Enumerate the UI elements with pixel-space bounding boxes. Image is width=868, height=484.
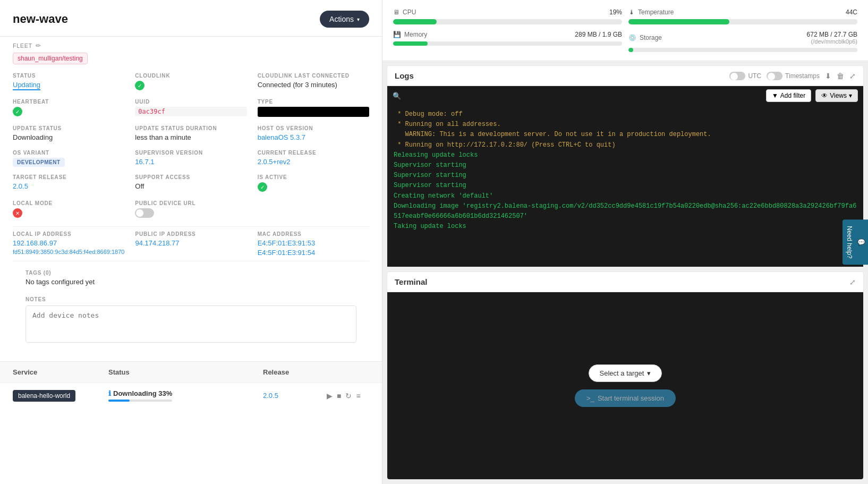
- logs-search-bar: 🔍 ▼ Add filter 👁 Views ▾: [387, 86, 863, 105]
- local-ip2-value[interactable]: fd51:8949:3850:9c3d:84d5:f4ed:8669:1870: [13, 249, 124, 255]
- memory-label: 💾 Memory: [393, 31, 427, 38]
- supervisor-item: SUPERVISOR VERSION 16.7.1: [135, 150, 246, 166]
- select-target-button[interactable]: Select a target ▾: [589, 364, 662, 382]
- current-release-item: CURRENT RELEASE 2.0.5+rev2: [258, 150, 369, 166]
- cpu-stat: 🖥 CPU 19%: [393, 9, 622, 24]
- log-line: Downloading image 'registry2.balena-stag…: [394, 201, 857, 222]
- log-line: Supervisor starting: [394, 171, 857, 181]
- help-tab[interactable]: 💬 Need help?: [843, 219, 868, 265]
- temp-icon: 🌡: [628, 9, 635, 16]
- help-tab-label: Need help?: [846, 226, 853, 258]
- actions-button[interactable]: Actions ▾: [320, 11, 369, 28]
- cpu-value: 19%: [609, 9, 622, 16]
- right-panel: 🖥 CPU 19% 🌡 Temperature 44C: [382, 0, 868, 484]
- edit-icon[interactable]: ✏: [36, 42, 41, 49]
- supervisor-value[interactable]: 16.7.1: [135, 158, 246, 166]
- device-info: STATUS Updating CLOUDLINK ✓ CLOUDLINK LA…: [0, 64, 382, 361]
- type-label: TYPE: [258, 99, 369, 105]
- terminal-title: Terminal: [395, 277, 427, 286]
- start-terminal-button[interactable]: >_ Start terminal session: [575, 389, 676, 407]
- log-line: WARNING: This is a development server. D…: [394, 130, 857, 140]
- update-status-value: Downloading: [13, 133, 124, 141]
- storage-label: 💿 Storage: [628, 34, 662, 41]
- logs-title: Logs: [395, 71, 414, 80]
- tags-label: TAGS (0): [25, 270, 356, 276]
- mac2-value[interactable]: E4:5F:01:E3:91:54: [258, 249, 369, 257]
- temp-progress-track: [628, 19, 857, 24]
- stop-icon[interactable]: ■: [337, 392, 341, 400]
- storage-stat: 💿 Storage 672 MB / 27.7 GB (/dev/mmcblk0…: [628, 31, 857, 52]
- status-value: Updating: [13, 81, 40, 90]
- restart-icon[interactable]: ↻: [345, 392, 352, 400]
- log-line: Supervisor starting: [394, 181, 857, 191]
- uuid-item: UUID 0ac39cf: [135, 99, 246, 117]
- journal-icon[interactable]: ≡: [356, 392, 360, 400]
- play-icon[interactable]: ▶: [327, 392, 333, 400]
- is-active-label: IS ACTIVE: [258, 174, 369, 180]
- public-device-label: PUBLIC DEVICE URL: [135, 200, 246, 206]
- log-line: Supervisor starting: [394, 160, 857, 171]
- cloudlink-last-item: CLOUDLINK LAST CONNECTED Connected (for …: [258, 73, 369, 90]
- terminal-body: Select a target ▾ >_ Start terminal sess…: [387, 292, 863, 479]
- device-header: new-wave Actions ▾: [0, 0, 382, 37]
- storage-value: 672 MB / 27.7 GB: [807, 31, 857, 38]
- host-os-label: HOST OS VERSION: [258, 125, 369, 131]
- utc-toggle-label: UTC: [729, 72, 761, 80]
- logs-search-input[interactable]: [405, 92, 762, 100]
- log-line: Releasing update locks: [394, 150, 857, 160]
- log-line: * Debug mode: off: [394, 109, 857, 120]
- eye-icon: 👁: [821, 92, 828, 99]
- public-device-toggle-switch[interactable]: [135, 208, 154, 218]
- memory-stat: 💾 Memory 289 MB / 1.9 GB: [393, 31, 622, 52]
- add-filter-button[interactable]: ▼ Add filter: [766, 89, 811, 102]
- os-variant-value: DEVELOPMENT: [13, 158, 124, 166]
- mac1-value[interactable]: E4:5F:01:E3:91:53: [258, 239, 369, 247]
- terminal-expand-icon[interactable]: ⤢: [849, 278, 856, 286]
- temp-progress-fill: [628, 19, 729, 24]
- notes-label: NOTES: [25, 296, 356, 302]
- select-target-label: Select a target: [600, 369, 644, 377]
- cpu-progress-track: [393, 19, 622, 24]
- public-ip-value[interactable]: 94.174.218.77: [135, 239, 246, 247]
- notes-input[interactable]: [25, 305, 356, 343]
- host-os-value[interactable]: balenaOS 5.3.7: [258, 133, 369, 141]
- stats-grid: 🖥 CPU 19% 🌡 Temperature 44C: [393, 9, 857, 52]
- target-release-label: TARGET RELEASE: [13, 174, 124, 180]
- service-actions: ▶ ■ ↻ ≡: [327, 392, 369, 400]
- storage-progress-fill: [628, 48, 633, 52]
- utc-toggle[interactable]: [729, 72, 745, 80]
- uuid-value: 0ac39cf: [135, 107, 246, 116]
- expand-icon[interactable]: ⤢: [849, 72, 856, 80]
- notes-section: NOTES: [13, 292, 369, 353]
- tags-section: TAGS (0) No tags configured yet: [13, 266, 369, 292]
- fleet-label: FLEET ✏: [13, 42, 369, 49]
- log-line: Taking update locks: [394, 222, 857, 232]
- log-line: * Running on all addresses.: [394, 120, 857, 130]
- log-line: * Running on http://172.17.0.2:80/ (Pres…: [394, 140, 857, 150]
- tags-empty: No tags configured yet: [25, 278, 356, 286]
- current-release-value[interactable]: 2.0.5+rev2: [258, 158, 369, 166]
- heartbeat-value: ✓: [13, 107, 124, 116]
- trash-icon[interactable]: 🗑: [837, 72, 844, 80]
- download-icon[interactable]: ⬇: [825, 72, 831, 80]
- service-release-value[interactable]: 2.0.5: [263, 392, 278, 400]
- public-device-item: PUBLIC DEVICE URL: [135, 200, 246, 218]
- memory-progress-fill: [393, 41, 428, 46]
- storage-progress-track: [628, 48, 857, 52]
- col-actions: [327, 368, 369, 376]
- update-status-item: UPDATE STATUS Downloading: [13, 125, 124, 141]
- cpu-label: 🖥 CPU: [393, 9, 416, 16]
- timestamps-toggle[interactable]: [767, 72, 782, 80]
- host-os-item: HOST OS VERSION balenaOS 5.3.7: [258, 125, 369, 141]
- is-active-item: IS ACTIVE ✓: [258, 174, 369, 192]
- views-button[interactable]: 👁 Views ▾: [815, 89, 858, 102]
- type-item: TYPE: [258, 99, 369, 117]
- progress-fill: [108, 400, 130, 402]
- fleet-badge[interactable]: shaun_mulligan/testing: [13, 53, 88, 64]
- local-ip-value[interactable]: 192.168.86.97: [13, 239, 124, 247]
- storage-sublabel: (/dev/mmcblk0p6): [807, 38, 857, 45]
- stats-panel: 🖥 CPU 19% 🌡 Temperature 44C: [382, 0, 868, 61]
- support-access-value: Off: [135, 182, 246, 190]
- service-name: balena-hello-world: [13, 390, 108, 402]
- target-release-value[interactable]: 2.0.5: [13, 182, 124, 190]
